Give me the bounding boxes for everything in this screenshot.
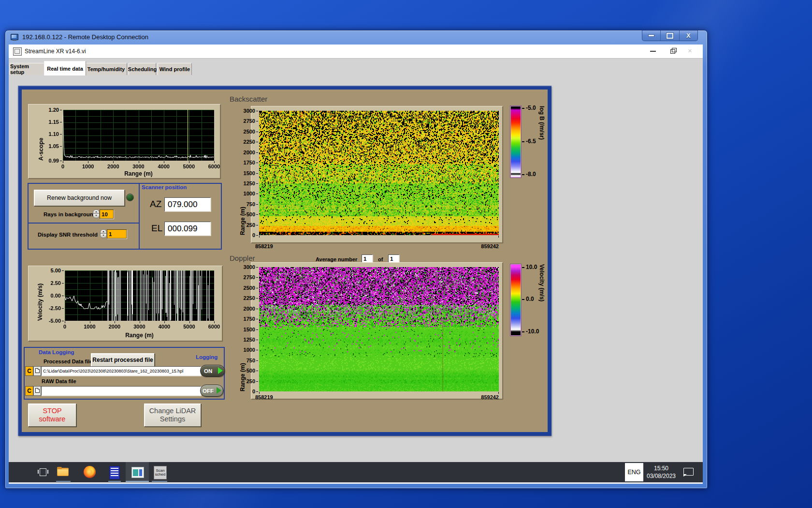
doppler-ytickmark xyxy=(256,298,258,299)
language-indicator[interactable]: ENG xyxy=(625,463,643,481)
a-scope-ytick: 1.10 xyxy=(43,131,59,137)
processed-browse-icon[interactable] xyxy=(33,366,41,376)
tab-wind-profile[interactable]: Wind profile xyxy=(158,63,192,75)
logging-off-button[interactable]: OFF xyxy=(200,385,223,397)
change-line1: Change LiDAR xyxy=(149,407,196,415)
velocity-ytickmark xyxy=(62,321,64,321)
doppler-ytickmark xyxy=(256,371,258,371)
velocity-xtickmark xyxy=(115,321,115,323)
a-scope-ytickmark xyxy=(60,134,62,134)
rdp-minimize-button[interactable] xyxy=(642,30,661,41)
a-scope-ytick: 0.99 xyxy=(43,158,59,164)
taskbar-clock[interactable]: 15:5003/08/2023 xyxy=(642,464,681,480)
app-restore-button[interactable] xyxy=(670,49,675,54)
desktop: 192.168.0.122 - Remote Desktop Connectio… xyxy=(0,0,812,508)
a-scope-xlabel: Range (m) xyxy=(63,170,214,177)
task-view-glyph xyxy=(40,468,46,476)
logging-on-arrow xyxy=(218,367,223,374)
file-explorer-icon[interactable] xyxy=(57,467,70,477)
restart-processed-file-button[interactable]: Restart processed file xyxy=(91,353,155,367)
rdp-title: 192.168.0.122 - Remote Desktop Connectio… xyxy=(22,33,148,41)
backscatter-ytickmark xyxy=(256,183,258,184)
change-lidar-settings-button[interactable]: Change LiDARSettings xyxy=(144,403,201,427)
logging-label: Logging xyxy=(196,354,218,360)
rdp-close-button[interactable]: X xyxy=(680,30,697,41)
el-value-field[interactable]: 000.099 xyxy=(164,222,211,236)
el-label: EL xyxy=(151,223,162,234)
backscatter-ytickmark xyxy=(256,225,258,225)
raw-browse-icon[interactable] xyxy=(33,386,41,396)
a-scope-ylabel: A-scope xyxy=(38,110,44,161)
doppler-cbar-tick: 0.0 xyxy=(526,296,534,302)
velocity-xtickmark xyxy=(140,321,140,323)
backscatter-cbar-label: log B (/m/sr) xyxy=(538,106,545,177)
doppler-cbar-tickmark xyxy=(522,267,524,268)
backscatter-ytickmark xyxy=(256,152,258,153)
rdp-maximize-button[interactable] xyxy=(661,30,679,41)
stop-line1: STOP xyxy=(43,407,61,415)
rays-value-field[interactable]: 10 xyxy=(100,209,114,219)
backscatter-cbar-tick: -5.0 xyxy=(526,105,536,111)
a-scope-xtickmark xyxy=(214,161,215,163)
processed-path-field[interactable]: C:\Lidar\Data\Proc\2023\202308\20230803\… xyxy=(41,366,201,376)
doppler-xtickmark xyxy=(498,392,499,394)
velocity-ytickmark xyxy=(62,283,64,284)
doppler-ytickmark xyxy=(256,288,258,288)
streamline-app-icon[interactable] xyxy=(131,467,144,478)
notification-center-icon[interactable] xyxy=(683,468,694,476)
scan-app-icon[interactable] xyxy=(109,466,120,479)
average-of-label: of xyxy=(378,256,383,262)
stop-software-button[interactable]: STOPsoftware xyxy=(28,403,76,427)
snr-spinner-down[interactable]: ▼ xyxy=(100,233,107,238)
raw-drive-box[interactable]: C xyxy=(25,386,33,396)
snr-value-field[interactable]: 1 xyxy=(107,229,127,239)
velocity-xlabel: Range (m) xyxy=(65,332,214,339)
velocity-ytickmark xyxy=(62,270,64,271)
task-view-icon[interactable] xyxy=(38,467,48,477)
taskbar: ScanschedENG15:5003/08/2023 xyxy=(9,462,703,482)
as-canvas xyxy=(63,110,214,161)
app-minimize-button[interactable] xyxy=(650,51,656,52)
backscatter-colorbar xyxy=(510,106,521,178)
snr-threshold-label: Display SNR threshold xyxy=(38,232,98,238)
a-scope-ytickmark xyxy=(60,122,62,122)
scan-sched-icon[interactable]: Scansched xyxy=(154,466,167,479)
rays-spinner[interactable]: ▲▼ xyxy=(93,209,99,218)
doppler-xend-label: 859242 xyxy=(470,394,499,400)
rays-spinner-down[interactable]: ▼ xyxy=(93,213,100,218)
logging-on-button[interactable]: ON xyxy=(200,365,225,377)
tab-system-setup[interactable]: System setup xyxy=(10,63,45,75)
a-scope-xtick: 0 xyxy=(54,164,72,169)
a-scope-ytick: 1.05 xyxy=(43,143,59,149)
app-title: StreamLine XR v14-6.vi xyxy=(25,48,86,55)
a-scope-xtickmark xyxy=(189,161,189,163)
tab-temp-humidity[interactable]: Temp/humidity xyxy=(85,63,127,75)
app-close-button[interactable]: × xyxy=(688,46,692,55)
velocity-ytickmark xyxy=(62,308,64,309)
firefox-icon[interactable] xyxy=(84,466,96,478)
a-scope-ytick: 1.20 xyxy=(43,107,59,113)
raw-path-field[interactable] xyxy=(41,386,201,396)
renew-background-button[interactable]: Renew background now xyxy=(34,190,125,206)
velocity-ytick: 2.50 xyxy=(44,280,61,286)
az-label: AZ xyxy=(150,199,161,209)
tab-real-time-data[interactable]: Real time data xyxy=(44,61,86,75)
remote-desktop: StreamLine XR v14-6.vi × System setupRea… xyxy=(9,45,703,482)
taskbar-open-app-underline xyxy=(152,481,167,482)
a-scope-xtick: 2000 xyxy=(104,164,122,169)
app-icon xyxy=(13,47,22,56)
backscatter-xend-label: 859242 xyxy=(470,243,499,249)
velocity-ytickmark xyxy=(62,296,64,296)
change-line2: Settings xyxy=(160,415,185,423)
velocity-xtick: 3000 xyxy=(131,324,148,329)
tab-scheduling[interactable]: Scheduling xyxy=(129,63,156,75)
processed-drive-box[interactable]: C xyxy=(25,366,33,376)
scan-sched-text2: sched xyxy=(155,473,165,477)
backscatter-xstart-label: 858219 xyxy=(255,243,273,249)
snr-spinner[interactable]: ▲▼ xyxy=(100,229,106,238)
az-value-field[interactable]: 079.000 xyxy=(164,197,211,211)
a-scope-ytickmark xyxy=(60,161,62,161)
scanner-position-box xyxy=(139,183,222,250)
doppler-ytickmark xyxy=(256,329,258,330)
window-bottom-strip xyxy=(9,482,703,484)
